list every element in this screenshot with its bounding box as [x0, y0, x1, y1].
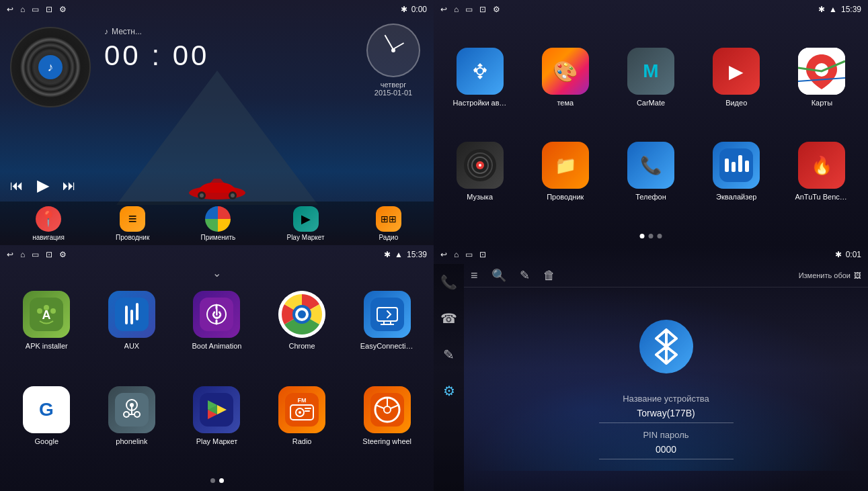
app-steering-wheel[interactable]: Steering wheel [347, 371, 427, 461]
app-antutu[interactable]: 🔥 AnTuTu Bench... [783, 128, 861, 215]
app-maps[interactable]: Карты [783, 34, 861, 121]
page-dot-3[interactable] [658, 234, 662, 238]
radio-icon: ⊞⊞ [376, 206, 401, 232]
phone-icon: 📞 [627, 142, 674, 189]
panel-apps1: ↩ ⌂ ▭ ⊡ ⚙ ✱ ▲ 15:39 Настройки авт... 🎨 т… [434, 0, 868, 245]
apps-grid-2: A APK installer AUX [0, 269, 434, 467]
play-button[interactable]: ▶ [37, 176, 49, 195]
maps-icon [798, 48, 845, 95]
usb-icon3[interactable]: ⚙ [59, 250, 67, 259]
playmarket2-icon [193, 386, 240, 433]
toolbar-list-icon[interactable]: ≡ [471, 269, 478, 283]
phonelink-label: phonelink [116, 437, 147, 445]
vinyl-record: ♪ [10, 27, 91, 107]
home-icon3[interactable]: ⌂ [20, 250, 25, 259]
time-display3: 15:39 [407, 250, 427, 259]
sidebar-contacts-icon[interactable]: ✎ [443, 347, 455, 363]
app-phonelink[interactable]: phonelink [92, 371, 172, 461]
antutu-label: AnTuTu Bench... [795, 193, 849, 201]
settings-auto-icon [457, 48, 504, 95]
bluetooth-sidebar: 📞 ☎ ✎ ⚙ [434, 264, 464, 491]
back-icon2[interactable]: ↩ [440, 5, 447, 14]
dock-item-explorer[interactable]: ≡ Проводник [116, 206, 149, 241]
dock-item-radio[interactable]: ⊞⊞ Радио [376, 206, 401, 241]
screenshot-icon4[interactable]: ⊡ [479, 250, 486, 259]
screenshot-icon3[interactable]: ⊡ [46, 250, 52, 259]
page-dot-1[interactable] [640, 234, 645, 238]
statusbar-bt: ↩ ⌂ ▭ ⊡ ✱ 0:01 [434, 245, 868, 264]
prev-button[interactable]: ⏮ [10, 178, 24, 193]
page-dot-p2-1[interactable] [210, 478, 215, 483]
radio-label: Радио [379, 234, 398, 241]
back-icon4[interactable]: ↩ [440, 250, 447, 259]
app-boot-animation[interactable]: ⏻ Boot Animation [177, 275, 257, 365]
app-easy-connection[interactable]: EasyConnection [347, 275, 427, 365]
app-carmate[interactable]: M CarMate [611, 34, 690, 121]
time-display: 0:00 [411, 5, 427, 14]
next-button[interactable]: ⏭ [63, 178, 76, 193]
page-dot-p2-2[interactable] [219, 478, 224, 483]
phonelink-icon [108, 386, 155, 433]
pin-value: 0000 [599, 440, 734, 459]
statusbar-left: ↩ ⌂ ▭ ⊡ ⚙ [7, 5, 67, 14]
toolbar-edit-icon[interactable]: ✎ [520, 268, 530, 283]
app-apk-installer[interactable]: A APK installer [7, 275, 87, 365]
app-equalizer[interactable]: Эквалайзер [697, 128, 776, 215]
bluetooth-main-content: Название устройства Torway(177B) PIN пар… [464, 287, 868, 491]
clock-date: 2015-01-01 [366, 89, 420, 97]
home-icon[interactable]: ⌂ [20, 5, 25, 14]
sidebar-call-icon[interactable]: ☎ [440, 310, 457, 326]
usb-icon2[interactable]: ⚙ [493, 5, 500, 14]
recents-icon3[interactable]: ▭ [32, 250, 39, 259]
sidebar-phone-icon[interactable]: 📞 [440, 274, 457, 290]
home-icon4[interactable]: ⌂ [454, 250, 459, 259]
bluetooth-icon4: ✱ [835, 250, 842, 259]
dock-item-playmarket[interactable]: ▶ Play Маркет [286, 206, 324, 241]
statusbar-music: ↩ ⌂ ▭ ⊡ ⚙ ✱ 0:00 [0, 0, 434, 19]
easyconn-label: EasyConnection [360, 342, 414, 350]
usb-icon[interactable]: ⚙ [59, 5, 67, 14]
app-music[interactable]: Музыка [440, 128, 519, 215]
panel-music: ↩ ⌂ ▭ ⊡ ⚙ ✱ 0:00 ♪ [0, 0, 434, 245]
app-aux[interactable]: AUX [92, 275, 172, 365]
recents-icon[interactable]: ▭ [32, 5, 39, 14]
back-icon[interactable]: ↩ [7, 5, 13, 14]
svg-point-21 [37, 308, 42, 314]
app-explorer[interactable]: 📁 Проводник [526, 128, 604, 215]
video-label: Видео [725, 99, 747, 107]
screenshot-icon2[interactable]: ⊡ [479, 5, 486, 14]
explorer-icon2: 📁 [542, 142, 589, 189]
app-radio2[interactable]: FM Radio [262, 371, 342, 461]
app-chrome[interactable]: Chrome [262, 275, 342, 365]
app-google[interactable]: G Google [7, 371, 87, 461]
app-video[interactable]: ▶ Видео [697, 34, 776, 121]
svg-rect-15 [725, 159, 729, 172]
bluetooth-icon2: ✱ [818, 5, 825, 14]
statusbar-right4: ✱ 0:01 [835, 250, 861, 259]
playmarket-icon: ▶ [293, 206, 319, 232]
dock-item-apply[interactable]: Применить [201, 206, 236, 241]
toolbar-delete-icon[interactable]: 🗑 [543, 269, 555, 283]
music-title-text: Местн... [112, 27, 142, 36]
app-phone[interactable]: 📞 Телефон [611, 128, 690, 215]
aux-label: AUX [124, 342, 140, 350]
steering-icon [364, 386, 411, 433]
recents-icon4[interactable]: ▭ [465, 250, 473, 259]
antutu-icon: 🔥 [798, 142, 845, 189]
toolbar-search-icon[interactable]: 🔍 [491, 268, 506, 283]
screenshot-icon[interactable]: ⊡ [46, 5, 52, 14]
app-settings-auto[interactable]: Настройки авт... [440, 34, 519, 121]
page-dot-2[interactable] [649, 234, 654, 238]
phone-label: Телефон [635, 193, 666, 201]
apply-icon [205, 206, 231, 232]
home-icon2[interactable]: ⌂ [454, 5, 459, 14]
svg-point-34 [298, 310, 306, 318]
back-icon3[interactable]: ↩ [7, 250, 13, 259]
app-theme[interactable]: 🎨 тема [526, 34, 604, 121]
app-playmarket2[interactable]: Play Маркет [177, 371, 257, 461]
statusbar-left4: ↩ ⌂ ▭ ⊡ [440, 250, 486, 259]
sidebar-settings-icon[interactable]: ⚙ [443, 383, 455, 399]
edit-wallpaper-button[interactable]: Изменить обои 🖼 [799, 271, 861, 279]
recents-icon2[interactable]: ▭ [465, 5, 473, 14]
dock-item-navigation[interactable]: 📍 навигация [32, 206, 65, 241]
